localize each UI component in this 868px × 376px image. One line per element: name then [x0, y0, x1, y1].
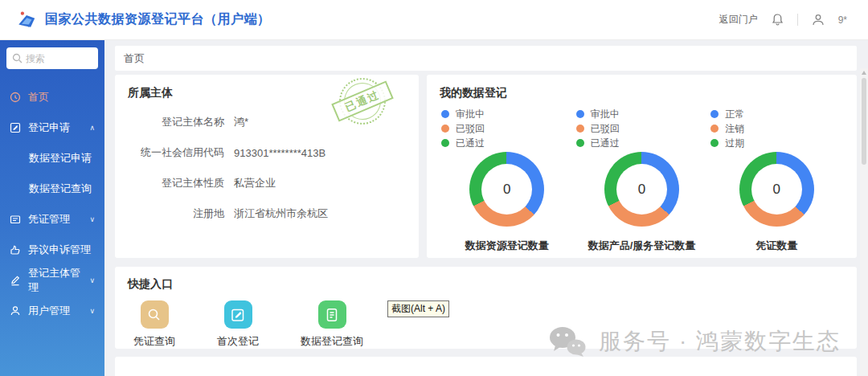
field-label: 注册地 — [128, 206, 224, 221]
sidebar-item-appeal-management[interactable]: 异议申诉管理 — [0, 235, 104, 265]
sidebar-item-registration-apply[interactable]: 登记申请 ∧ — [0, 112, 104, 143]
sidebar-item-label: 用户管理 — [28, 304, 70, 318]
chart-data-products: 审批中 已驳回 已通过 0 数据产品/服务登记数量 — [575, 100, 710, 253]
chevron-down-icon: ∨ — [89, 307, 95, 315]
screenshot-tooltip: 截图(Alt + A) — [387, 300, 449, 317]
sidebar-item-label: 首页 — [28, 90, 49, 104]
sidebar-item-data-registration-query[interactable]: 数据登记查询 — [0, 174, 104, 204]
watermark: 服务号 · 鸿蒙数字生态 — [547, 326, 841, 357]
subject-field-row: 统一社会信用代码 913301********413B — [128, 137, 406, 168]
legend-dot-green — [441, 139, 449, 147]
donut-chart: 0 — [469, 152, 544, 227]
scrollbar-up-arrow[interactable] — [862, 71, 866, 75]
quick-access-title: 快捷入口 — [128, 277, 844, 292]
breadcrumb-home[interactable]: 首页 — [124, 52, 145, 64]
sidebar-item-label: 数据登记查询 — [29, 182, 92, 196]
legend-label: 注销 — [725, 122, 744, 136]
page-title: 国家公共数据资源登记平台（用户端） — [45, 11, 271, 28]
sidebar-item-credential-management[interactable]: 凭证管理 ∨ — [0, 204, 104, 235]
document-icon — [325, 308, 339, 322]
chevron-down-icon: ∨ — [89, 215, 95, 223]
username-label[interactable]: 9* — [838, 14, 847, 26]
sidebar-item-label: 登记主体管理 — [28, 266, 89, 295]
field-label: 统一社会信用代码 — [128, 145, 224, 160]
search-icon — [12, 52, 23, 67]
quick-link-first-registration[interactable]: 首次登记 — [217, 300, 259, 349]
vertical-scrollbar[interactable] — [860, 68, 868, 376]
chart-legend: 正常 注销 过期 — [710, 107, 844, 150]
screenshot-tooltip-text: 截图(Alt + A) — [391, 303, 445, 314]
subject-field-row: 注册地 浙江省杭州市余杭区 — [128, 198, 406, 229]
chevron-up-icon: ∧ — [89, 124, 95, 132]
app-header: 国家公共数据资源登记平台（用户端） 返回门户 9* — [0, 0, 868, 40]
notification-bell-icon[interactable] — [771, 13, 784, 27]
watermark-text: 服务号 · 鸿蒙数字生态 — [599, 326, 841, 357]
user-icon — [10, 305, 21, 317]
subject-field-row: 登记主体性质 私营企业 — [128, 168, 406, 198]
user-avatar-icon[interactable] — [811, 13, 825, 27]
wechat-icon — [547, 326, 588, 357]
subject-card: 所属主体 已通过 登记主体名称 鸿* 统一社会信用代码 913301******… — [115, 75, 419, 258]
subject-icon — [10, 275, 21, 286]
quick-link-credential-query[interactable]: 凭证查询 — [133, 300, 175, 349]
legend-label: 已通过 — [591, 137, 620, 150]
field-value: 浙江省杭州市余杭区 — [234, 206, 328, 221]
legend-label: 审批中 — [456, 108, 485, 121]
sidebar-item-label: 登记申请 — [28, 121, 70, 135]
sidebar-item-home[interactable]: 首页 — [0, 82, 104, 112]
my-registrations-card: 我的数据登记 审批中 已驳回 已通过 0 数据资源登记数量 — [427, 75, 857, 258]
legend-label: 过期 — [725, 137, 744, 150]
donut-chart: 0 — [604, 152, 679, 227]
legend-dot-blue — [576, 110, 584, 118]
chart-legend: 审批中 已驳回 已通过 — [576, 107, 710, 150]
chart-title: 凭证数量 — [709, 239, 844, 253]
breadcrumb: 首页 — [115, 46, 857, 71]
edit-icon — [231, 308, 245, 322]
sidebar-menu: 首页 登记申请 ∧ 数据登记申请 数据登记查询 凭证管理 ∨ — [0, 74, 104, 326]
legend-label: 已驳回 — [591, 122, 620, 136]
app-logo-icon — [16, 10, 37, 31]
legend-dot-blue — [441, 110, 449, 118]
quick-link-label: 凭证查询 — [133, 334, 175, 349]
donut-center-value: 0 — [751, 164, 802, 215]
quick-link-label: 数据登记查询 — [301, 334, 363, 349]
legend-label: 已通过 — [456, 137, 485, 150]
field-value: 鸿* — [234, 115, 248, 129]
chart-credentials: 正常 注销 过期 0 凭证数量 — [709, 100, 844, 253]
return-portal-link[interactable]: 返回门户 — [719, 13, 758, 27]
legend-dot-green — [710, 139, 719, 147]
search-icon — [147, 308, 162, 322]
legend-label: 审批中 — [591, 108, 620, 121]
sidebar-item-label: 异议申诉管理 — [28, 243, 91, 257]
donut-chart: 0 — [739, 152, 814, 227]
donut-center-value: 0 — [616, 164, 667, 215]
legend-dot-orange — [710, 125, 719, 133]
sidebar-item-label: 数据登记申请 — [29, 151, 92, 166]
chart-data-resources: 审批中 已驳回 已通过 0 数据资源登记数量 — [440, 100, 575, 253]
chart-title: 数据产品/服务登记数量 — [575, 239, 710, 253]
chart-legend: 审批中 已驳回 已通过 — [441, 107, 575, 150]
sidebar-item-subject-management[interactable]: 登记主体管理 ∨ — [0, 265, 104, 296]
sidebar-item-label: 凭证管理 — [28, 212, 70, 227]
form-icon — [10, 122, 21, 133]
field-value: 私营企业 — [234, 176, 276, 190]
field-label: 登记主体名称 — [128, 115, 224, 129]
home-icon — [10, 92, 21, 103]
sidebar-item-user-management[interactable]: 用户管理 ∨ — [0, 296, 104, 326]
header-divider — [797, 14, 798, 26]
quick-link-data-registration-query[interactable]: 数据登记查询 — [301, 300, 363, 349]
scrollbar-thumb[interactable] — [862, 78, 866, 165]
field-label: 登记主体性质 — [128, 176, 224, 190]
sidebar-item-data-registration-apply[interactable]: 数据登记申请 — [0, 143, 104, 174]
chevron-down-icon: ∨ — [89, 276, 95, 284]
legend-label: 已驳回 — [456, 122, 485, 136]
legend-dot-orange — [441, 125, 449, 133]
credential-icon — [10, 214, 21, 225]
chart-title: 数据资源登记数量 — [440, 239, 575, 253]
bottom-card — [115, 357, 857, 376]
donut-center-value: 0 — [481, 164, 532, 215]
field-value: 913301********413B — [234, 147, 326, 159]
charts-card-title: 我的数据登记 — [440, 86, 844, 100]
legend-label: 正常 — [725, 108, 744, 121]
legend-dot-orange — [576, 125, 584, 133]
